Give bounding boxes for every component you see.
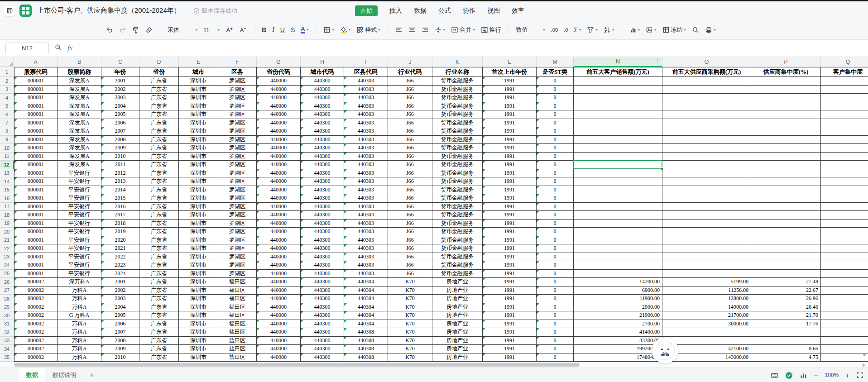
scroll-down-arrow-icon[interactable]	[863, 354, 866, 357]
cell-F13[interactable]: 罗湖区	[218, 169, 257, 178]
cell-H3[interactable]: 440300	[301, 86, 344, 94]
cell-K25[interactable]: 货币金融服务	[432, 270, 483, 278]
row-header-6[interactable]: 6	[0, 110, 14, 119]
cell-L6[interactable]: 1991	[483, 110, 537, 119]
cell-M30[interactable]: 0	[537, 311, 574, 320]
cell-E12[interactable]: 深圳市	[179, 161, 218, 169]
cell-E23[interactable]: 深圳市	[179, 253, 218, 262]
cell-A30[interactable]: 000002	[14, 311, 58, 320]
decrease-decimal-button[interactable]: .0	[564, 27, 568, 33]
cell-K35[interactable]: 房地产业	[432, 353, 483, 362]
cell-P16[interactable]	[751, 194, 821, 203]
cell-G12[interactable]: 440000	[257, 161, 301, 169]
cell-G30[interactable]: 440000	[257, 311, 301, 320]
cell-C35[interactable]: 2010	[101, 353, 139, 362]
cell-C33[interactable]: 2008	[101, 337, 139, 345]
cell-H27[interactable]: 440300	[301, 286, 344, 295]
cell-N14[interactable]	[574, 177, 662, 186]
cell-L18[interactable]: 1991	[483, 211, 537, 220]
cell-L13[interactable]: 1991	[483, 169, 537, 178]
cell-O32[interactable]	[662, 328, 751, 337]
cell-M15[interactable]: 0	[537, 186, 574, 195]
cell-E8[interactable]: 深圳市	[179, 127, 218, 136]
cell-F17[interactable]: 罗湖区	[218, 203, 257, 211]
row-header-10[interactable]: 10	[0, 144, 14, 153]
cell-M8[interactable]: 0	[537, 127, 574, 136]
cell-H29[interactable]: 440300	[301, 303, 344, 312]
cell-O10[interactable]	[662, 144, 751, 153]
cell-C14[interactable]: 2013	[101, 177, 139, 186]
print-button[interactable]: ▾	[705, 26, 716, 33]
col-header-P[interactable]: P	[751, 57, 821, 67]
cell-I3[interactable]: 440303	[344, 86, 388, 94]
cell-G6[interactable]: 440000	[257, 110, 301, 119]
bold-button[interactable]: B	[262, 26, 266, 33]
cell-H21[interactable]: 440300	[301, 236, 344, 245]
cell-N31[interactable]: 2700.00	[574, 320, 662, 329]
cell-I26[interactable]: 440304	[344, 278, 388, 286]
cell-M28[interactable]: 0	[537, 295, 574, 303]
cell-J6[interactable]: J66	[388, 110, 432, 119]
cell-Q9[interactable]	[821, 136, 868, 144]
cell-E35[interactable]: 深圳市	[179, 353, 218, 362]
cell-B20[interactable]: 平安银行	[58, 228, 101, 236]
cell-Q8[interactable]	[821, 127, 868, 136]
cell-P24[interactable]	[751, 261, 821, 270]
cell-L31[interactable]: 1991	[483, 320, 537, 329]
cell-J20[interactable]: J66	[388, 228, 432, 236]
cell-E19[interactable]: 深圳市	[179, 220, 218, 228]
cell-P22[interactable]	[751, 244, 821, 253]
cell-Q30[interactable]	[821, 311, 868, 320]
cell-K33[interactable]: 房地产业	[432, 337, 483, 345]
cell-G28[interactable]: 440000	[257, 295, 301, 303]
menu-tab-efficiency[interactable]: 效率	[512, 7, 524, 15]
spreadsheet-grid[interactable]: ABCDEFGHIJKLMN⋮OPQ1股票代码股票简称年份省份城市区县省份代码城…	[0, 57, 868, 362]
cell-P13[interactable]	[751, 169, 821, 178]
cell-C17[interactable]: 2016	[101, 203, 139, 211]
cell-C26[interactable]: 2001	[101, 278, 139, 286]
cell-J7[interactable]: J66	[388, 119, 432, 128]
cell-L24[interactable]: 1991	[483, 261, 537, 270]
cell-J35[interactable]: K70	[388, 353, 432, 362]
cell-F8[interactable]: 罗湖区	[218, 127, 257, 136]
cell-A11[interactable]: 000001	[14, 153, 58, 161]
cell-C4[interactable]: 2003	[101, 94, 139, 102]
cell-C13[interactable]: 2012	[101, 169, 139, 178]
cell-K18[interactable]: 货币金融服务	[432, 211, 483, 220]
cell-J23[interactable]: J66	[388, 253, 432, 262]
cell-L30[interactable]: 1991	[483, 311, 537, 320]
cell-O3[interactable]	[662, 86, 751, 94]
cell-G11[interactable]: 440000	[257, 153, 301, 161]
cell-O27[interactable]: 11256.00	[662, 286, 751, 295]
cell-Q13[interactable]	[821, 169, 868, 178]
fx-icon[interactable]: fx	[67, 44, 72, 52]
row-header-35[interactable]: 35	[0, 353, 14, 362]
cell-M6[interactable]: 0	[537, 110, 574, 119]
cell-Q10[interactable]	[821, 144, 868, 153]
cell-F10[interactable]: 罗湖区	[218, 144, 257, 153]
cell-K20[interactable]: 货币金融服务	[432, 228, 483, 236]
cell-L19[interactable]: 1991	[483, 220, 537, 228]
cell-E18[interactable]: 深圳市	[179, 211, 218, 220]
cell-M25[interactable]: 0	[537, 270, 574, 278]
cell-D24[interactable]: 广东省	[139, 261, 179, 270]
cell-E4[interactable]: 深圳市	[179, 94, 218, 102]
cell-B14[interactable]: 平安银行	[58, 177, 101, 186]
cell-P30[interactable]: 21.70	[751, 311, 821, 320]
cell-H25[interactable]: 440300	[301, 270, 344, 278]
col-header-Q[interactable]: Q	[821, 57, 868, 67]
cell-N24[interactable]	[574, 261, 662, 270]
col-header-G[interactable]: G	[257, 57, 301, 67]
cell-K1[interactable]: 行业名称	[432, 67, 483, 77]
zoom-in-button[interactable]: +	[845, 372, 849, 379]
cell-G31[interactable]: 440000	[257, 320, 301, 329]
cell-P17[interactable]	[751, 203, 821, 211]
row-header-8[interactable]: 8	[0, 127, 14, 136]
cell-A23[interactable]: 000001	[14, 253, 58, 262]
cell-F4[interactable]: 罗湖区	[218, 94, 257, 102]
cell-A25[interactable]: 000001	[14, 270, 58, 278]
cell-J26[interactable]: K70	[388, 278, 432, 286]
cell-I20[interactable]: 440303	[344, 228, 388, 236]
cell-E20[interactable]: 深圳市	[179, 228, 218, 236]
cell-A16[interactable]: 000001	[14, 194, 58, 203]
